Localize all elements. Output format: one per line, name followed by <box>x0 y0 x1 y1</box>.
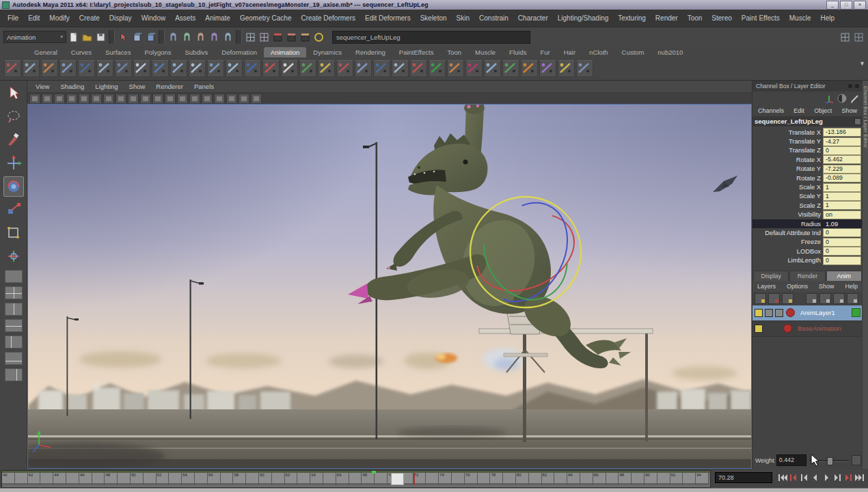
panel-close-icon[interactable] <box>855 84 859 88</box>
channel-row-rotate-x[interactable]: Rotate X-5.462 <box>752 155 863 164</box>
channel-row-visibility[interactable]: Visibilityon <box>752 210 863 219</box>
shelf-tab-curves[interactable]: Curves <box>64 47 98 57</box>
shelf-tab-fluids[interactable]: Fluids <box>502 47 533 57</box>
delete-layer-icon[interactable] <box>847 293 858 304</box>
render-settings-icon[interactable] <box>312 31 325 43</box>
paint-select-tool[interactable] <box>3 130 24 150</box>
viewport-menu-shading[interactable]: Shading <box>55 83 90 90</box>
menu-constrain[interactable]: Constrain <box>474 10 513 27</box>
select-component-icon[interactable] <box>144 31 157 43</box>
channel-row-limblength[interactable]: LimbLength0 <box>752 256 863 264</box>
weight-value-field[interactable] <box>776 454 806 466</box>
make-live-icon[interactable] <box>221 31 234 43</box>
step-forward-one-frame-button[interactable] <box>832 472 843 483</box>
textured-icon[interactable] <box>140 94 151 104</box>
xray-icon[interactable] <box>239 94 249 104</box>
current-frame-marker[interactable] <box>391 473 404 485</box>
move-tool[interactable] <box>3 153 24 174</box>
channel-value-field[interactable]: -5.462 <box>823 155 861 164</box>
shelf-icon-24[interactable] <box>429 60 446 77</box>
layer-menu-help[interactable]: Help <box>845 283 858 290</box>
step-back-one-key-button[interactable] <box>789 472 799 483</box>
channel-row-lodbox[interactable]: LODBox0 <box>752 247 863 256</box>
shelf-tab-toon[interactable]: Toon <box>440 47 468 57</box>
channel-value-field[interactable]: 0 <box>823 228 861 237</box>
layer-lock-checkbox[interactable] <box>775 309 783 317</box>
manipulator-axes-icon[interactable] <box>824 94 834 103</box>
select-hierarchy-icon[interactable] <box>117 31 129 43</box>
resolution-gate-icon[interactable] <box>54 94 65 104</box>
channel-value-field[interactable]: 1 <box>823 183 861 192</box>
channel-row-scale-z[interactable]: Scale Z1 <box>752 201 863 210</box>
merge-layers-icon[interactable] <box>833 293 845 304</box>
shelf-tab-ncloth[interactable]: nCloth <box>582 47 614 57</box>
motion-blur-icon[interactable] <box>189 94 200 104</box>
snap-to-view-plane-icon[interactable] <box>208 31 220 43</box>
shelf-icon-13[interactable] <box>226 60 243 77</box>
menu-paint-effects[interactable]: Paint Effects <box>737 10 785 27</box>
speed-control-icon[interactable] <box>837 94 847 103</box>
safe-title-icon[interactable] <box>103 94 114 104</box>
grid-toggle-icon[interactable] <box>29 94 40 104</box>
shelf-icon-29[interactable] <box>521 60 538 77</box>
channel-box-menu-edit[interactable]: Edit <box>794 107 804 114</box>
shelf-icon-2[interactable] <box>23 60 40 77</box>
channel-row-translate-z[interactable]: Translate Z0 <box>752 146 863 155</box>
shelf-icon-11[interactable] <box>189 60 206 77</box>
snap-to-point-icon[interactable] <box>194 31 206 43</box>
menu-create[interactable]: Create <box>74 10 105 27</box>
channel-row-translate-y[interactable]: Translate Y-4.27 <box>752 137 863 146</box>
hyperbolic-pencil-icon[interactable] <box>850 94 860 103</box>
channel-row-scale-x[interactable]: Scale X1 <box>752 182 863 191</box>
shelf-icon-22[interactable] <box>392 60 409 77</box>
shelf-tab-subdivs[interactable]: Subdivs <box>178 47 215 57</box>
persp-graph-layout[interactable] <box>5 352 23 365</box>
menu-file[interactable]: File <box>3 10 23 27</box>
go-to-end-button[interactable] <box>854 472 865 483</box>
shelf-icon-12[interactable] <box>207 60 224 77</box>
shelf-icon-21[interactable] <box>373 60 390 77</box>
file-save-icon[interactable] <box>94 31 107 43</box>
maximize-button[interactable]: □ <box>840 1 852 10</box>
open-render-view-icon[interactable] <box>271 31 284 43</box>
shelf-tab-surfaces[interactable]: Surfaces <box>98 47 138 57</box>
shelf-icon-30[interactable] <box>539 60 556 77</box>
shelf-tab-deformation[interactable]: Deformation <box>215 47 264 57</box>
wireframe-icon[interactable] <box>116 94 126 104</box>
isolate-select-icon[interactable] <box>226 94 237 104</box>
channel-value-field[interactable]: -13.186 <box>823 128 861 137</box>
viewport-canvas[interactable] <box>27 104 752 469</box>
shelf-icon-19[interactable] <box>336 60 353 77</box>
move-layer-up-icon[interactable] <box>806 293 817 304</box>
shelf-tab-nub2010[interactable]: nub2010 <box>651 47 690 57</box>
shelf-icon-23[interactable] <box>410 60 427 77</box>
time-slider[interactable]: 4042444648505254565860626466687072747678… <box>1 470 711 488</box>
file-new-icon[interactable] <box>67 31 79 43</box>
anim-layer-override-icon[interactable] <box>782 293 794 304</box>
channel-value-field[interactable]: 1 <box>823 201 861 210</box>
shelf-icon-27[interactable] <box>484 60 501 77</box>
shadows-icon[interactable] <box>165 94 176 104</box>
shelf-icon-9[interactable] <box>152 60 169 77</box>
play-forwards-button[interactable] <box>822 472 832 483</box>
channel-value-field[interactable]: -4.27 <box>823 137 861 146</box>
scale-tool[interactable] <box>3 200 24 220</box>
depth-of-field-icon[interactable] <box>214 94 225 104</box>
anim-layer-row-animlayer1[interactable]: AnimLayer1 <box>752 305 863 321</box>
shelf-icon-16[interactable] <box>281 60 298 77</box>
close-button[interactable]: × <box>854 1 866 10</box>
field-chart-icon[interactable] <box>79 94 90 104</box>
menu-animate[interactable]: Animate <box>200 10 235 27</box>
shelf-tab-custom[interactable]: Custom <box>615 47 651 57</box>
shelf-icon-17[interactable] <box>299 60 316 77</box>
shelf-icon-6[interactable] <box>96 60 113 77</box>
hypershade-persp-layout[interactable] <box>5 368 23 381</box>
shelf-tab-fur[interactable]: Fur <box>533 47 556 57</box>
layer-menu-layers[interactable]: Layers <box>757 283 776 290</box>
viewport-menu-panels[interactable]: Panels <box>189 83 219 90</box>
channel-row-translate-x[interactable]: Translate X-13.186 <box>752 128 863 137</box>
four-pane-layout[interactable] <box>5 286 23 299</box>
lasso-tool[interactable] <box>3 107 24 127</box>
menu-skin[interactable]: Skin <box>452 10 474 27</box>
channel-row-freeze[interactable]: Freeze0 <box>752 238 863 247</box>
